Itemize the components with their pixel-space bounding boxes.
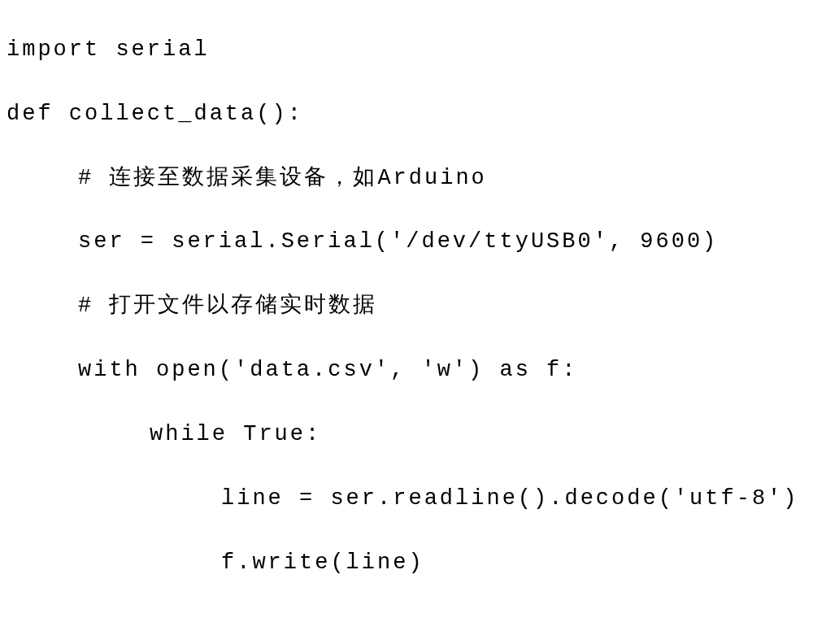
code-line: import serial [7, 18, 806, 82]
code-line: def collect_data(): [7, 82, 806, 146]
code-block: import serial def collect_data(): # 连接至数… [7, 18, 806, 594]
code-line: # 连接至数据采集设备，如Arduino [7, 146, 806, 211]
code-line: line = ser.readline().decode('utf-8') [7, 467, 806, 531]
code-line: f.write(line) [7, 531, 806, 595]
code-line: while True: [7, 402, 806, 467]
code-line: with open('data.csv', 'w') as f: [7, 338, 806, 402]
code-line: # 打开文件以存储实时数据 [7, 274, 806, 338]
code-line: ser = serial.Serial('/dev/ttyUSB0', 9600… [7, 210, 806, 274]
